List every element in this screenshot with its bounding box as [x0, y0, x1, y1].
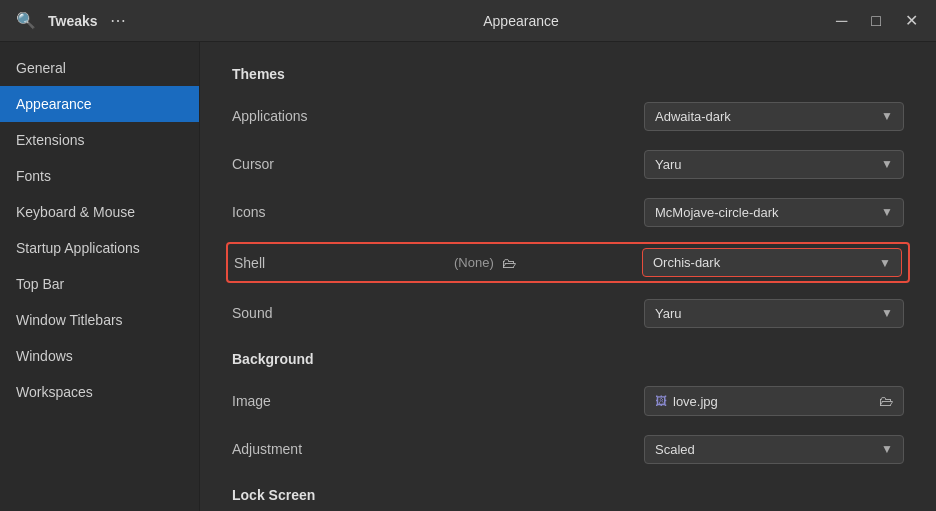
- icons-value: McMojave-circle-dark: [655, 205, 779, 220]
- sidebar-item-extensions[interactable]: Extensions: [0, 122, 199, 158]
- icons-control: McMojave-circle-dark ▼: [644, 198, 904, 227]
- shell-value: Orchis-dark: [653, 255, 720, 270]
- sidebar-item-appearance[interactable]: Appearance: [0, 86, 199, 122]
- bg-image-control: 🖼 love.jpg 🗁: [644, 386, 904, 416]
- applications-row: Applications Adwaita-dark ▼: [232, 98, 904, 134]
- applications-label: Applications: [232, 108, 452, 124]
- bg-adjustment-value: Scaled: [655, 442, 695, 457]
- applications-dropdown-arrow: ▼: [881, 109, 893, 123]
- sidebar: General Appearance Extensions Fonts Keyb…: [0, 42, 200, 511]
- bg-image-folder-icon: 🗁: [879, 393, 893, 409]
- shell-folder-icon[interactable]: 🗁: [502, 255, 516, 271]
- maximize-button[interactable]: □: [865, 10, 887, 32]
- sound-value: Yaru: [655, 306, 682, 321]
- shell-label: Shell: [234, 255, 454, 271]
- cursor-dropdown[interactable]: Yaru ▼: [644, 150, 904, 179]
- minimize-button[interactable]: ─: [830, 10, 853, 32]
- title-bar-controls: ─ □ ✕: [830, 9, 924, 32]
- sidebar-item-top-bar[interactable]: Top Bar: [0, 266, 199, 302]
- bg-image-label: Image: [232, 393, 452, 409]
- sidebar-item-keyboard-mouse[interactable]: Keyboard & Mouse: [0, 194, 199, 230]
- sound-label: Sound: [232, 305, 452, 321]
- sound-control: Yaru ▼: [644, 299, 904, 328]
- cursor-control: Yaru ▼: [644, 150, 904, 179]
- sidebar-item-fonts[interactable]: Fonts: [0, 158, 199, 194]
- icons-dropdown-arrow: ▼: [881, 205, 893, 219]
- cursor-dropdown-arrow: ▼: [881, 157, 893, 171]
- bg-adjustment-dropdown[interactable]: Scaled ▼: [644, 435, 904, 464]
- main-layout: General Appearance Extensions Fonts Keyb…: [0, 42, 936, 511]
- window-title: Appearance: [212, 13, 830, 29]
- title-bar-left: 🔍 Tweaks ⋯: [12, 7, 212, 34]
- bg-adjustment-row: Adjustment Scaled ▼: [232, 431, 904, 467]
- title-bar: 🔍 Tweaks ⋯ Appearance ─ □ ✕: [0, 0, 936, 42]
- shell-dropdown-arrow: ▼: [879, 256, 891, 270]
- bg-image-value: love.jpg: [673, 394, 879, 409]
- background-section-title: Background: [232, 351, 904, 367]
- applications-control: Adwaita-dark ▼: [644, 102, 904, 131]
- icons-label: Icons: [232, 204, 452, 220]
- applications-value: Adwaita-dark: [655, 109, 731, 124]
- close-button[interactable]: ✕: [899, 9, 924, 32]
- bg-image-icon: 🖼: [655, 394, 667, 408]
- bg-adjustment-label: Adjustment: [232, 441, 452, 457]
- sound-dropdown[interactable]: Yaru ▼: [644, 299, 904, 328]
- sidebar-item-startup-applications[interactable]: Startup Applications: [0, 230, 199, 266]
- shell-row: Shell (None) 🗁 Orchis-dark ▼: [226, 242, 910, 283]
- shell-control: Orchis-dark ▼: [642, 248, 902, 277]
- cursor-row: Cursor Yaru ▼: [232, 146, 904, 182]
- sidebar-item-general[interactable]: General: [0, 50, 199, 86]
- shell-middle: (None) 🗁: [454, 255, 642, 271]
- cursor-label: Cursor: [232, 156, 452, 172]
- themes-section-title: Themes: [232, 66, 904, 82]
- icons-dropdown[interactable]: McMojave-circle-dark ▼: [644, 198, 904, 227]
- shell-dropdown[interactable]: Orchis-dark ▼: [642, 248, 902, 277]
- sound-row: Sound Yaru ▼: [232, 295, 904, 331]
- content-area: Themes Applications Adwaita-dark ▼ Curso…: [200, 42, 936, 511]
- bg-image-picker[interactable]: 🖼 love.jpg 🗁: [644, 386, 904, 416]
- applications-dropdown[interactable]: Adwaita-dark ▼: [644, 102, 904, 131]
- search-button[interactable]: 🔍: [12, 7, 40, 34]
- lockscreen-section-title: Lock Screen: [232, 487, 904, 503]
- bg-image-row: Image 🖼 love.jpg 🗁: [232, 383, 904, 419]
- cursor-value: Yaru: [655, 157, 682, 172]
- sidebar-item-windows[interactable]: Windows: [0, 338, 199, 374]
- menu-button[interactable]: ⋯: [106, 7, 130, 34]
- app-title: Tweaks: [48, 13, 98, 29]
- bg-adjustment-control: Scaled ▼: [644, 435, 904, 464]
- bg-adjustment-arrow: ▼: [881, 442, 893, 456]
- shell-none-value: (None): [454, 255, 494, 270]
- sound-dropdown-arrow: ▼: [881, 306, 893, 320]
- sidebar-item-window-titlebars[interactable]: Window Titlebars: [0, 302, 199, 338]
- icons-row: Icons McMojave-circle-dark ▼: [232, 194, 904, 230]
- sidebar-item-workspaces[interactable]: Workspaces: [0, 374, 199, 410]
